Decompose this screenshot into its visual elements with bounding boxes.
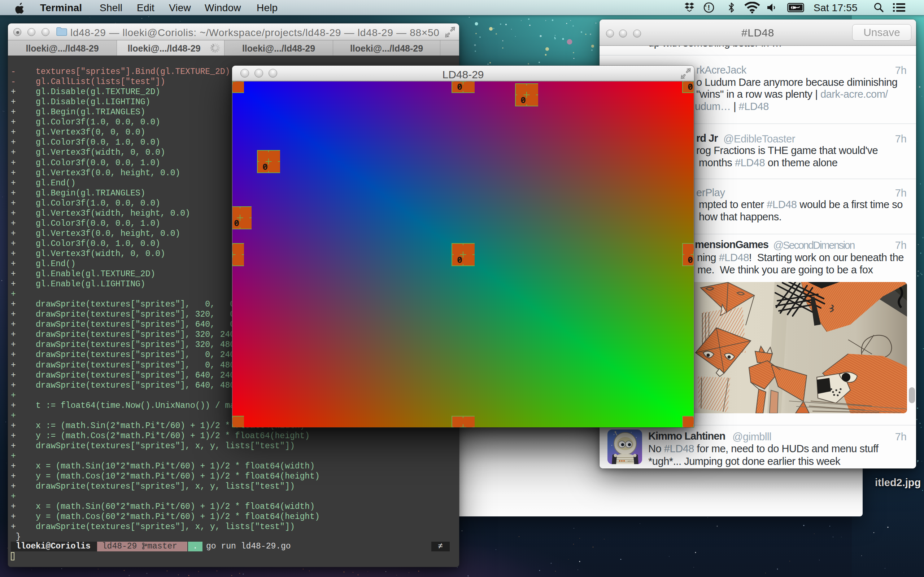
svg-text:HGO: HGO <box>628 460 633 462</box>
svg-text:0: 0 <box>688 82 693 93</box>
svg-text:0: 0 <box>457 82 462 93</box>
svg-text:!: ! <box>708 3 710 11</box>
svg-text:0: 0 <box>262 162 268 173</box>
svg-text:0: 0 <box>457 255 462 266</box>
svg-text:0: 0 <box>234 219 239 229</box>
svg-text:0: 0 <box>688 255 693 266</box>
svg-text:0: 0 <box>520 95 526 106</box>
